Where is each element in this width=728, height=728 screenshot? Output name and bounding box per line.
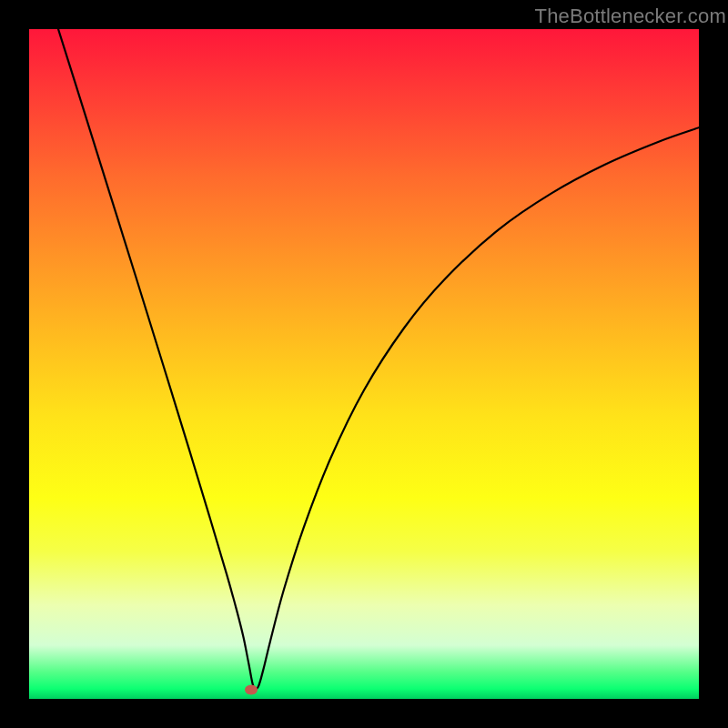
watermark-text: TheBottlenecker.com (535, 5, 726, 28)
bottleneck-curve (29, 29, 699, 699)
plot-area (29, 29, 699, 699)
chart-container: TheBottlenecker.com (0, 0, 728, 728)
optimal-point-marker (245, 684, 258, 694)
